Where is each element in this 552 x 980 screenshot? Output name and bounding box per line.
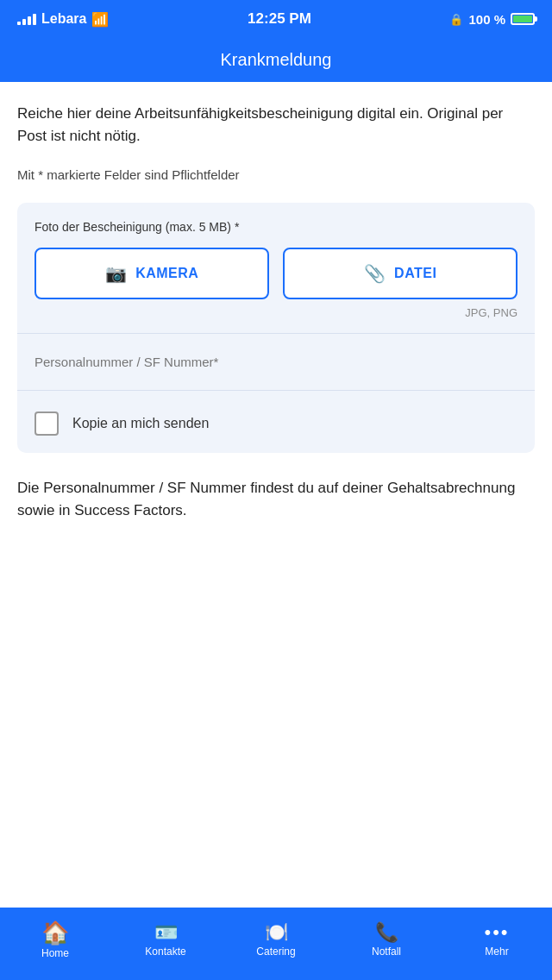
carrier-label: Lebara [41,11,86,27]
top-nav-bar: Krankmeldung [0,38,552,82]
status-left: Lebara 📶 [17,11,109,28]
tab-mehr-label: Mehr [485,945,508,958]
copy-checkbox-row: Kopie an mich senden [34,408,518,439]
phone-icon: 📞 [375,923,398,942]
main-content: Reiche hier deine Arbeitsunfähigkeitsbes… [0,82,552,908]
tab-kontakte[interactable]: 🪪 Kontakte [110,908,221,980]
intro-text: Reiche hier deine Arbeitsunfähigkeitsbes… [17,103,535,147]
home-icon: 🏠 [41,921,69,944]
checkbox-section: Kopie an mich senden [17,391,535,453]
tab-kontakte-label: Kontakte [145,945,185,958]
file-hint: JPG, PNG [34,306,518,319]
tab-home[interactable]: 🏠 Home [0,908,110,980]
photo-field-label: Foto der Bescheinigung (max. 5 MB) * [34,220,518,234]
tab-notfall-label: Notfall [372,945,401,958]
required-note: Mit * markierte Felder sind Pflichtfelde… [17,167,535,182]
paperclip-icon: 📎 [364,263,386,284]
more-icon: ••• [484,923,509,942]
file-button[interactable]: 📎 DATEI [283,248,518,299]
page-title: Krankmeldung [221,50,332,69]
file-button-label: DATEI [394,266,436,281]
upload-button-row: 📷 KAMERA 📎 DATEI [34,248,518,299]
battery-percent: 100 % [468,12,505,27]
tab-mehr[interactable]: ••• Mehr [442,908,552,980]
personal-number-input[interactable] [34,351,518,376]
camera-button[interactable]: 📷 KAMERA [34,248,269,299]
copy-checkbox[interactable] [34,411,59,436]
tab-home-label: Home [41,947,69,959]
contact-icon: 🪪 [154,923,178,942]
tab-catering-label: Catering [256,945,295,958]
wifi-icon: 📶 [91,11,109,28]
tab-bar: 🏠 Home 🪪 Kontakte 🍽️ Catering 📞 Notfall … [0,908,552,980]
status-bar: Lebara 📶 12:25 PM 🔒 100 % [0,0,552,38]
tab-notfall[interactable]: 📞 Notfall [331,908,442,980]
status-time: 12:25 PM [248,10,311,28]
status-right: 🔒 100 % [449,12,535,27]
form-card: Foto der Bescheinigung (max. 5 MB) * 📷 K… [17,203,535,453]
lock-icon: 🔒 [449,13,463,26]
copy-checkbox-label: Kopie an mich senden [72,416,209,431]
personal-number-section [17,334,535,391]
tab-catering[interactable]: 🍽️ Catering [221,908,331,980]
camera-icon: 📷 [105,263,128,284]
info-text: Die Personalnummer / SF Nummer findest d… [17,470,535,538]
battery-icon [511,13,535,25]
signal-bars-icon [17,14,36,25]
photo-section: Foto der Bescheinigung (max. 5 MB) * 📷 K… [17,203,535,334]
camera-button-label: KAMERA [135,266,198,281]
catering-icon: 🍽️ [265,923,288,942]
